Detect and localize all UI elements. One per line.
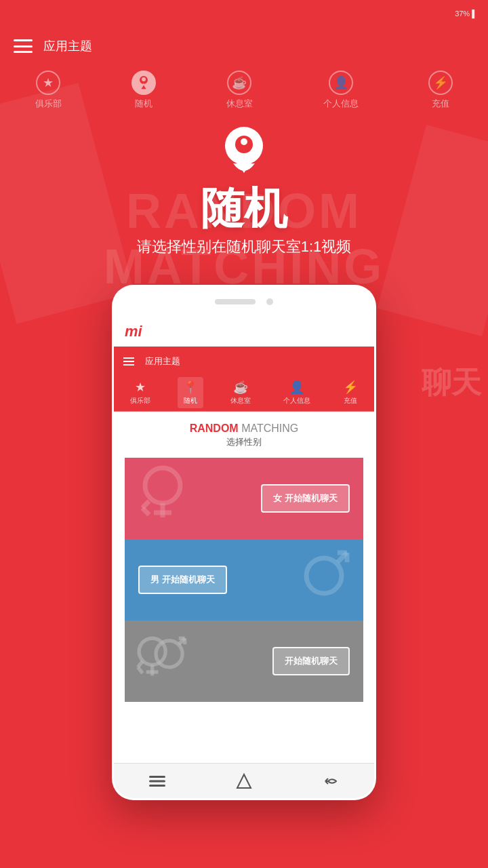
tab-bar: ★ 俱乐部 📍 随机 ☕ 休息室 👤 个人信息 ⚡ 充值 [114,376,374,412]
select-gender-text: 选择性别 [125,436,363,448]
app-nav-bar: 应用主题 [114,347,374,376]
random-word: RANDOM [190,422,239,434]
app-hamburger-icon[interactable] [123,357,134,366]
svg-rect-24 [149,780,165,782]
status-bar: 37% ▌ [0,0,488,27]
tab-club-label: 俱乐部 [130,396,150,406]
phone-back-button[interactable] [319,769,343,793]
hero-section: 随机 请选择性别在随机聊天室1:1视频 [0,125,488,257]
svg-rect-23 [149,776,165,778]
svg-line-9 [142,508,149,515]
svg-point-1 [142,77,146,81]
lounge-icon: ☕ [227,71,251,95]
phone-camera [266,298,273,305]
svg-point-5 [145,468,180,503]
tab-recharge-icon: ⚡ [343,380,358,395]
bg-nav-tabs: ★ 俱乐部 随机 ☕ 休息室 👤 个人信息 ⚡ 充值 [0,65,488,115]
both-symbol [134,625,188,697]
club-label: 俱乐部 [35,98,62,110]
app-content: RANDOM MATCHING 选择性别 女 开始随机聊天 [114,412,374,713]
random-icon [131,71,156,95]
hamburger-icon[interactable] [14,39,33,53]
nav-title: 应用主题 [43,38,92,54]
tab-lounge[interactable]: ☕ 休息室 [225,377,256,408]
profile-label: 个人信息 [323,98,359,110]
location-pin-icon [220,125,268,180]
profile-icon: 👤 [329,71,353,95]
mi-logo: mi [125,323,142,340]
tab-profile-label: 个人信息 [283,396,310,406]
bg-nav-item-random[interactable]: 随机 [131,71,156,110]
tab-random[interactable]: 📍 随机 [178,377,203,408]
gender-cards: 女 开始随机聊天 男 开始随机聊天 [125,458,363,702]
tab-lounge-label: 休息室 [230,396,251,406]
club-icon: ★ [36,71,60,95]
random-matching-title: RANDOM MATCHING [125,422,363,435]
hero-icon-container [0,125,488,180]
status-bar-text: 37% ▌ [455,9,477,18]
bg-nav-item-recharge[interactable]: ⚡ 充值 [428,71,453,110]
hero-title: 随机 [0,186,488,230]
bg-chat-text: 聊天 [422,363,481,403]
hero-subtitle: 请选择性别在随机聊天室1:1视频 [0,237,488,257]
phone-speaker [215,299,256,304]
bg-nav-item-lounge[interactable]: ☕ 休息室 [226,71,253,110]
tab-profile-icon: 👤 [289,380,304,395]
male-symbol [298,547,352,612]
recharge-icon: ⚡ [428,71,453,95]
tab-lounge-icon: ☕ [233,380,248,395]
bg-nav-item-profile[interactable]: 👤 个人信息 [323,71,359,110]
phone-mi-bar: mi [114,317,374,347]
female-symbol [137,462,191,536]
male-gender-card[interactable]: 男 开始随机聊天 [125,539,363,620]
recharge-label: 充值 [432,98,449,110]
app-nav-title: 应用主题 [145,355,180,368]
tab-recharge[interactable]: ⚡ 充值 [338,377,363,408]
phone-bottom-nav [114,763,374,798]
tab-random-label: 随机 [184,396,197,406]
svg-rect-25 [149,785,165,787]
female-chat-button[interactable]: 女 开始随机聊天 [261,484,350,513]
phone-menu-button[interactable] [145,769,169,793]
svg-point-10 [306,558,342,593]
both-chat-button[interactable]: 开始随机聊天 [272,647,350,675]
matching-word: MATCHING [241,422,298,434]
tab-recharge-label: 充值 [344,396,357,406]
phone-mockup: mi 应用主题 ★ 俱乐部 📍 随机 ☕ 休息室 👤 个人信息 ⚡ 充值 [112,285,376,800]
svg-point-17 [156,641,182,667]
bg-nav-item-club[interactable]: ★ 俱乐部 [35,71,62,110]
svg-line-22 [138,667,142,673]
tab-club-icon: ★ [135,380,146,395]
tab-club[interactable]: ★ 俱乐部 [125,377,156,408]
lounge-label: 休息室 [226,98,253,110]
svg-line-21 [138,661,142,667]
random-label: 随机 [135,98,152,110]
top-nav: 应用主题 [0,27,488,65]
svg-point-4 [241,138,247,145]
tab-random-icon: 📍 [183,380,198,395]
phone-top [114,287,374,317]
male-chat-button[interactable]: 男 开始随机聊天 [138,566,227,594]
both-gender-card[interactable]: 开始随机聊天 [125,620,363,702]
female-gender-card[interactable]: 女 开始随机聊天 [125,458,363,539]
tab-profile[interactable]: 👤 个人信息 [278,377,316,408]
phone-home-button[interactable] [232,769,256,793]
